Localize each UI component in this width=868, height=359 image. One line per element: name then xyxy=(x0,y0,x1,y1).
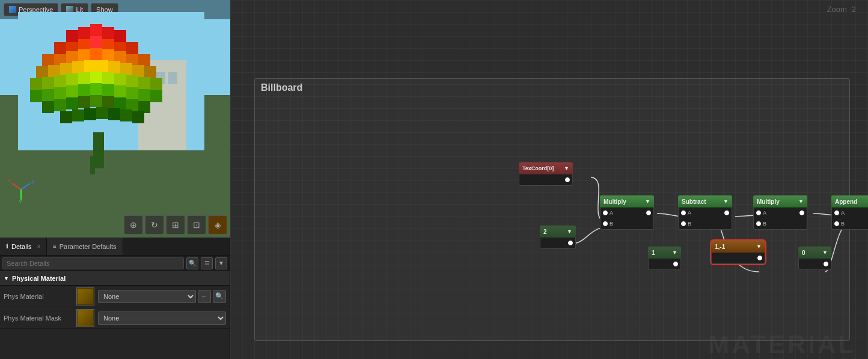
svg-rect-49 xyxy=(150,78,162,90)
mul1-out-pin[interactable] xyxy=(646,210,651,215)
sub-a-label: A xyxy=(688,210,691,216)
svg-text:Z: Z xyxy=(31,179,34,184)
multiply1-expand[interactable]: ▼ xyxy=(645,198,650,204)
val0-body xyxy=(798,259,831,270)
tab-params[interactable]: ≡ Parameter Defaults xyxy=(47,238,123,255)
search-button[interactable]: 🔍 xyxy=(186,257,198,269)
multiply2-expand[interactable]: ▼ xyxy=(798,198,804,204)
multiply2-header: Multiply ▼ xyxy=(753,195,807,207)
subtract-label: Subtract xyxy=(682,198,706,205)
svg-rect-16 xyxy=(90,36,102,48)
phys-material-mask-select[interactable]: None xyxy=(98,311,226,325)
section-arrow: ▼ xyxy=(4,275,9,281)
node-val0[interactable]: 0 ▼ xyxy=(798,247,831,270)
svg-rect-45 xyxy=(102,72,114,84)
node-multiply2[interactable]: Multiply ▼ A B xyxy=(753,195,807,230)
svg-rect-65 xyxy=(90,95,102,107)
subtract-expand[interactable]: ▼ xyxy=(723,198,729,204)
svg-rect-52 xyxy=(54,87,66,99)
svg-rect-58 xyxy=(126,87,138,99)
mul1-b-pin[interactable] xyxy=(603,221,608,226)
subtract-body: A B xyxy=(678,207,732,230)
svg-rect-34 xyxy=(96,60,108,72)
search-bar: 🔍 ☰ ▼ xyxy=(0,256,230,271)
app-b-pin[interactable] xyxy=(834,221,839,226)
mul2-out-pin[interactable] xyxy=(799,210,804,215)
svg-rect-40 xyxy=(42,77,54,89)
svg-rect-63 xyxy=(66,97,78,109)
mul2-a-pin[interactable] xyxy=(756,210,761,215)
val0-expand[interactable]: ▼ xyxy=(822,250,828,256)
search-input[interactable] xyxy=(2,257,184,269)
texcoord-body xyxy=(519,174,573,186)
mul2-b-pin[interactable] xyxy=(756,221,761,226)
svg-rect-54 xyxy=(78,84,90,96)
texcoord-header: TexCoord[0] ▼ xyxy=(519,162,573,174)
phys-material-dropdown-area: None ← 🔍 xyxy=(98,290,226,303)
node-val1neg1[interactable]: 1,-1 ▼ xyxy=(711,241,765,264)
svg-rect-71 xyxy=(72,109,84,121)
val1neg1-expand[interactable]: ▼ xyxy=(756,244,762,250)
phys-material-browse-btn[interactable]: 🔍 xyxy=(213,290,226,303)
node-multiply1[interactable]: Multiply ▼ A B xyxy=(600,195,654,230)
app-a-row: A xyxy=(832,207,868,218)
scale-tool-btn[interactable]: ⊞ xyxy=(166,215,185,235)
val1neg1-out-pin[interactable] xyxy=(757,256,762,260)
val1-expand[interactable]: ▼ xyxy=(672,250,677,256)
node-val2[interactable]: 2 ▼ xyxy=(540,226,576,249)
val0-out-pin[interactable] xyxy=(824,262,828,266)
node-append[interactable]: Append ▼ A B xyxy=(831,195,868,230)
sub-a-pin[interactable] xyxy=(681,210,686,215)
app-a-pin[interactable] xyxy=(834,210,839,215)
val1-out-pin[interactable] xyxy=(673,262,678,266)
svg-rect-67 xyxy=(114,97,126,109)
tab-details-close[interactable]: × xyxy=(37,244,40,250)
svg-rect-9 xyxy=(78,27,90,39)
section-header-physical-material[interactable]: ▼ Physical Material xyxy=(0,271,230,286)
rotate-tool-btn[interactable]: ↻ xyxy=(145,215,164,235)
svg-rect-35 xyxy=(108,61,120,73)
mul1-b-row: B xyxy=(601,218,653,229)
svg-rect-75 xyxy=(120,109,132,121)
svg-rect-39 xyxy=(30,78,42,90)
sub-b-pin[interactable] xyxy=(681,221,686,226)
material-tool-btn[interactable]: ◈ xyxy=(208,215,227,235)
mul1-a-label: A xyxy=(610,210,613,216)
svg-rect-29 xyxy=(36,66,48,78)
sub-a-row: A xyxy=(679,207,732,218)
val1-output-row xyxy=(649,259,680,269)
billboard-title: Billboard xyxy=(261,82,302,93)
svg-rect-8 xyxy=(66,30,78,42)
move-tool-btn[interactable]: ⊕ xyxy=(124,215,143,235)
tab-details[interactable]: ℹ Details × xyxy=(0,238,47,255)
phys-material-mask-label: Phys Material Mask xyxy=(4,315,73,322)
node-val1[interactable]: 1 ▼ xyxy=(648,247,681,270)
phys-material-label: Phys Material xyxy=(4,293,73,300)
sub-out-pin[interactable] xyxy=(724,210,729,215)
node-graph[interactable]: Zoom -2 Billboard TexCoord[0] ▼ xyxy=(230,0,868,359)
svg-rect-60 xyxy=(150,90,162,102)
node-texcoord[interactable]: TexCoord[0] ▼ xyxy=(519,162,573,186)
svg-rect-62 xyxy=(54,99,66,111)
mul1-b-label: B xyxy=(610,221,613,227)
options-btn[interactable]: ▼ xyxy=(215,257,227,269)
append-body: A B xyxy=(831,207,868,230)
subtract-header: Subtract ▼ xyxy=(678,195,732,207)
multiply1-label: Multiply xyxy=(604,198,626,205)
texcoord-out-pin[interactable] xyxy=(565,177,570,182)
node-subtract[interactable]: Subtract ▼ A B xyxy=(678,195,732,230)
val2-out-pin[interactable] xyxy=(568,241,573,245)
svg-rect-47 xyxy=(126,75,138,87)
viewport: Perspective Lit Show xyxy=(0,0,230,238)
tree-visualization xyxy=(18,12,204,210)
list-view-btn[interactable]: ☰ xyxy=(201,257,213,269)
svg-rect-55 xyxy=(90,83,102,95)
phys-material-select[interactable]: None xyxy=(98,290,196,303)
val2-output-row xyxy=(540,238,575,248)
texcoord-expand[interactable]: ▼ xyxy=(564,165,569,171)
phys-material-reset-btn[interactable]: ← xyxy=(198,290,211,303)
val2-expand[interactable]: ▼ xyxy=(567,229,572,235)
transform-tool-btn[interactable]: ⊡ xyxy=(187,215,206,235)
svg-rect-28 xyxy=(138,54,150,66)
mul1-a-pin[interactable] xyxy=(603,210,608,215)
